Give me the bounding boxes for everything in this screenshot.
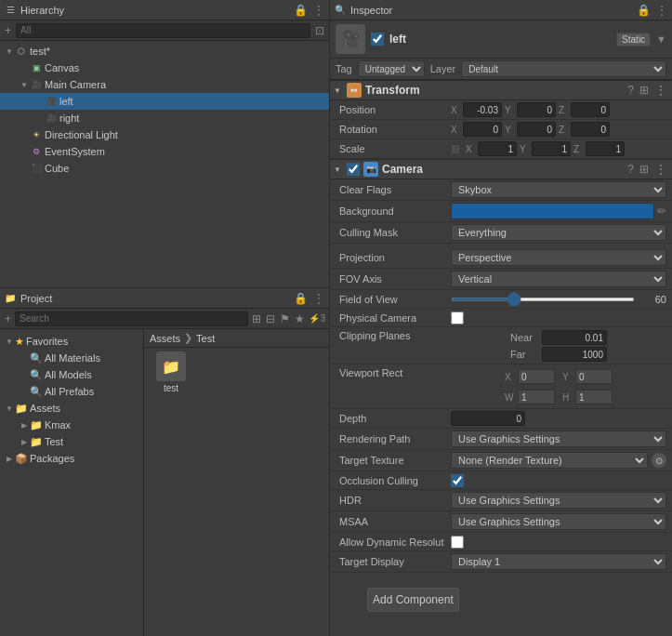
- msaa-select[interactable]: Use Graphics Settings: [451, 513, 666, 530]
- inspector-menu-btn[interactable]: ⋮: [655, 3, 668, 18]
- near-input[interactable]: [542, 330, 607, 345]
- camera-enabled-checkbox[interactable]: [347, 163, 360, 176]
- target-display-select[interactable]: Display 1: [451, 553, 666, 570]
- hierarchy-add-btn[interactable]: +: [4, 23, 12, 38]
- hierarchy-content: ⬡ test* ▣ Canvas 🎥 Main Camera 🎥 left: [0, 41, 329, 287]
- occlusion-culling-label: Occlusion Culling: [339, 475, 451, 486]
- file-item-test[interactable]: 📁 test: [148, 351, 194, 393]
- project-packages-header[interactable]: 📦 Packages: [0, 450, 143, 467]
- camera-more-btn[interactable]: ⋮: [653, 161, 668, 178]
- project-all-materials[interactable]: 🔍 All Materials: [0, 350, 143, 366]
- inspector-lock-btn[interactable]: 🔒: [636, 3, 652, 18]
- transform-section-header[interactable]: ▼ ⇔ Transform ? ⊞ ⋮: [330, 80, 672, 100]
- culling-mask-select[interactable]: Everything: [451, 224, 666, 241]
- scale-z-input[interactable]: [586, 141, 625, 156]
- rotation-z-input[interactable]: [571, 122, 610, 137]
- project-filter-btn[interactable]: ⚑: [279, 311, 291, 326]
- position-x-input[interactable]: [463, 102, 502, 117]
- tree-item-right[interactable]: 🎥 right: [0, 110, 329, 126]
- hdr-value: Use Graphics Settings: [451, 492, 666, 509]
- project-view-btn1[interactable]: ⊞: [251, 311, 262, 326]
- obj-enabled-checkbox[interactable]: [371, 33, 384, 46]
- vp-x-input[interactable]: [518, 369, 555, 384]
- project-test-folder[interactable]: 📁 Test: [0, 433, 143, 450]
- vp-y-input[interactable]: [575, 369, 613, 384]
- project-all-models[interactable]: 🔍 All Models: [0, 366, 143, 383]
- hierarchy-expand-btn[interactable]: ⊡: [314, 23, 325, 38]
- clear-flags-select[interactable]: Skybox: [451, 181, 666, 198]
- target-texture-select[interactable]: None (Render Texture): [451, 452, 648, 469]
- breadcrumb-assets[interactable]: Assets: [150, 333, 180, 344]
- hdr-select[interactable]: Use Graphics Settings: [451, 492, 666, 509]
- tree-item-canvas[interactable]: ▣ Canvas: [0, 60, 329, 76]
- tree-item-cube[interactable]: ⬛ Cube: [0, 160, 329, 177]
- transform-actions: ? ⊞ ⋮: [626, 82, 668, 99]
- layer-select[interactable]: Default: [461, 60, 666, 77]
- project-content: ★ Favorites 🔍 All Materials 🔍 All Models…: [0, 329, 329, 636]
- tree-item-directional-light[interactable]: ☀ Directional Light: [0, 126, 329, 143]
- background-label: Background: [339, 205, 451, 217]
- tree-item-eventsystem[interactable]: ⚙ EventSystem: [0, 143, 329, 160]
- fov-axis-value: Vertical: [451, 271, 666, 287]
- static-dropdown-arrow[interactable]: ▼: [656, 33, 666, 45]
- layer-label: Layer: [430, 63, 456, 74]
- hierarchy-menu-btn[interactable]: ⋮: [312, 3, 325, 18]
- hierarchy-lock-btn[interactable]: 🔒: [293, 3, 309, 18]
- scale-y-label: Y: [520, 144, 529, 154]
- target-texture-picker[interactable]: ⊙: [652, 453, 666, 468]
- fov-axis-select[interactable]: Vertical: [451, 271, 666, 287]
- background-color-swatch[interactable]: [451, 203, 654, 219]
- project-fav-btn[interactable]: ★: [294, 311, 306, 326]
- depth-input[interactable]: [451, 411, 525, 426]
- fov-slider[interactable]: [451, 298, 635, 301]
- rotation-field: X Y Z: [451, 122, 610, 137]
- transform-more-btn[interactable]: ⋮: [653, 82, 668, 99]
- scale-x-input[interactable]: [478, 141, 517, 156]
- occlusion-culling-checkbox[interactable]: [451, 474, 464, 487]
- project-view-btn2[interactable]: ⊟: [265, 311, 276, 326]
- rotation-x-input[interactable]: [463, 122, 502, 137]
- projection-select[interactable]: Perspective: [451, 249, 666, 266]
- position-z-input[interactable]: [571, 102, 610, 117]
- project-kmax[interactable]: 📁 Kmax: [0, 417, 143, 433]
- tree-item-test[interactable]: ⬡ test*: [0, 43, 329, 60]
- tree-item-left[interactable]: 🎥 left: [0, 93, 329, 110]
- tree-item-main-camera[interactable]: 🎥 Main Camera: [0, 76, 329, 93]
- camera-preset-btn[interactable]: ⊞: [639, 161, 650, 178]
- project-menu-btn[interactable]: ⋮: [312, 291, 325, 306]
- camera-help-btn[interactable]: ?: [626, 161, 635, 178]
- project-all-prefabs[interactable]: 🔍 All Prefabs: [0, 383, 143, 400]
- project-search-input[interactable]: [15, 311, 248, 326]
- add-component-button[interactable]: Add Component: [367, 588, 459, 612]
- target-display-row: Target Display Display 1: [330, 551, 672, 573]
- breadcrumb-test[interactable]: Test: [196, 333, 215, 344]
- project-add-btn[interactable]: +: [4, 311, 12, 326]
- pos-x-label: X: [451, 105, 460, 115]
- rotation-y-input[interactable]: [517, 122, 556, 137]
- transform-preset-btn[interactable]: ⊞: [639, 82, 650, 99]
- culling-mask-value: Everything: [451, 224, 666, 241]
- test-folder-label: Test: [45, 436, 63, 447]
- allow-dynamic-checkbox[interactable]: [451, 536, 464, 549]
- tag-select[interactable]: Untagged: [358, 60, 425, 77]
- scale-y-input[interactable]: [532, 141, 571, 156]
- clear-flags-label: Clear Flags: [339, 184, 451, 195]
- camera-section-header[interactable]: ▼ 📷 Camera ? ⊞ ⋮: [330, 159, 672, 179]
- far-input[interactable]: [542, 347, 607, 362]
- tree-icon-cube: ⬛: [30, 162, 43, 175]
- transform-help-btn[interactable]: ?: [626, 82, 635, 99]
- far-label: Far: [510, 349, 538, 360]
- vp-w-input[interactable]: [518, 390, 555, 404]
- rendering-path-select[interactable]: Use Graphics Settings: [451, 431, 666, 447]
- position-y-input[interactable]: [517, 102, 556, 117]
- pencil-icon[interactable]: ✏: [657, 205, 666, 218]
- physical-camera-checkbox[interactable]: [451, 311, 464, 325]
- project-lock-btn[interactable]: 🔒: [293, 291, 309, 306]
- favorites-arrow: [4, 336, 15, 347]
- separator-bottom: [330, 573, 672, 580]
- project-favorites-header[interactable]: ★ Favorites: [0, 333, 143, 350]
- vp-h-input[interactable]: [575, 390, 613, 404]
- project-assets-header[interactable]: 📁 Assets: [0, 400, 143, 417]
- hierarchy-search-input[interactable]: [16, 23, 310, 38]
- static-button[interactable]: Static: [616, 33, 651, 46]
